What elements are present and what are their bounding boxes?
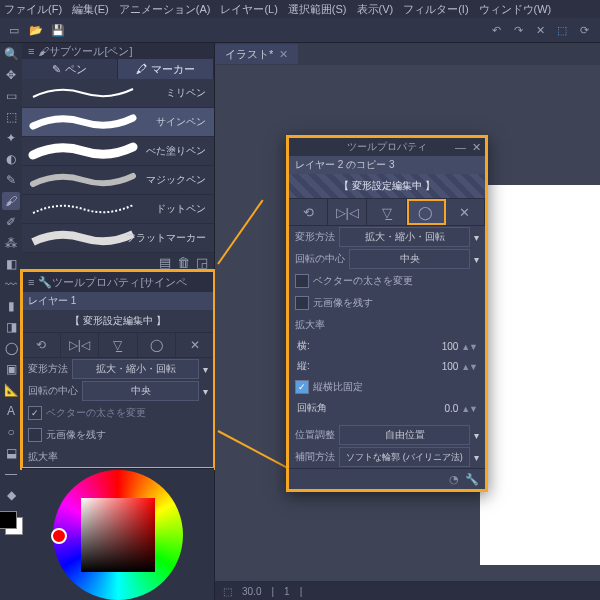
shape-icon[interactable]: ◯ [2, 339, 20, 357]
ruler-icon[interactable]: 📐 [2, 381, 20, 399]
interp-select[interactable]: ソフトな輪郭 (バイリニア法) [339, 447, 470, 467]
color-swatches[interactable] [0, 511, 23, 535]
timeline-bar[interactable]: ⬚30.0|1| [215, 581, 600, 600]
move-icon[interactable]: ✥ [2, 66, 20, 84]
brush-item[interactable]: サインペン [22, 108, 214, 137]
frame-icon[interactable]: ▣ [2, 360, 20, 378]
cancel-icon[interactable]: ✕ [176, 333, 214, 357]
prop-subtitle: 【 変形設定編集中 】 [22, 310, 214, 332]
pos-select[interactable]: 自由位置 [339, 425, 470, 445]
reset-icon[interactable]: ⟲ [289, 199, 328, 225]
flip-h-icon[interactable]: ▷|◁ [61, 333, 100, 357]
op-icon[interactable]: ▭ [2, 87, 20, 105]
sheet-icon[interactable]: ▤ [159, 255, 171, 270]
brush-icon[interactable]: 🖌 [2, 192, 20, 210]
lock-check[interactable]: ✓ [295, 380, 309, 394]
eyedrop-icon[interactable]: ◐ [2, 150, 20, 168]
deco-icon[interactable]: ⁂ [2, 234, 20, 252]
color-wheel[interactable] [53, 470, 183, 600]
text-icon[interactable]: A [2, 402, 20, 420]
brush-item[interactable]: ドットペン [22, 195, 214, 224]
menubar[interactable]: ファイル(F)編集(E)アニメーション(A)レイヤー(L)選択範囲(S)表示(V… [0, 0, 600, 18]
erase-icon[interactable]: ◧ [2, 255, 20, 273]
tab-pen[interactable]: ✎ペン [22, 59, 118, 79]
method-select[interactable]: 拡大・縮小・回転 [72, 359, 199, 379]
stepper-icon[interactable]: ▲▼ [461, 362, 477, 372]
pen-icon[interactable]: ✎ [2, 171, 20, 189]
toolbox: 🔍 ✥ ▭ ⬚ ✦ ◐ ✎ 🖌 ✐ ⁂ ◧ 〰 ▮ ◨ ◯ ▣ 📐 A ○ ⬓ … [0, 43, 22, 600]
keep-check[interactable] [295, 296, 309, 310]
stepper-icon[interactable]: ▲▼ [461, 404, 477, 414]
tool-property-dialog: ツールプロパティ —✕ レイヤー 2 のコピー 3 【 変形設定編集中 】 ⟲ … [286, 135, 488, 492]
redo-icon[interactable]: ↷ [508, 20, 528, 40]
cancel-icon[interactable]: ✕ [446, 199, 485, 225]
trash-icon[interactable]: 🗑 [177, 255, 190, 270]
fill-icon[interactable]: ▮ [2, 297, 20, 315]
flip-h-icon[interactable]: ▷|◁ [328, 199, 367, 225]
brush-item[interactable]: フラットマーカー [22, 224, 214, 253]
brush-list: ミリペン サインペン べた塗りペン マジックペン ドットペン フラットマーカー [22, 79, 214, 253]
select-icon[interactable]: ⬚ [2, 108, 20, 126]
vec-check[interactable]: ✓ [28, 406, 42, 420]
new-icon[interactable]: ▭ [4, 20, 24, 40]
color-square[interactable] [81, 498, 155, 572]
dialog-titlebar[interactable]: ツールプロパティ —✕ [289, 138, 485, 156]
confirm-icon[interactable]: ◯ [138, 333, 177, 357]
open-icon[interactable]: 📂 [26, 20, 46, 40]
air-icon[interactable]: ✐ [2, 213, 20, 231]
zoom-icon[interactable]: 🔍 [2, 45, 20, 63]
line-icon[interactable]: — [2, 465, 20, 483]
wrench-icon[interactable]: 🔧 [465, 473, 479, 486]
brush-footer: ▤ 🗑 ◲ [22, 253, 214, 271]
grad-icon[interactable]: ◨ [2, 318, 20, 336]
flip-v-icon[interactable]: ▽̲ [367, 199, 406, 225]
center-select[interactable]: 中央 [349, 249, 470, 269]
close-icon[interactable]: ✕ [472, 141, 481, 154]
tool-property-panel: ≡ 🔧 ツールプロパティ[サインペ レイヤー 1 【 変形設定編集中 】 ⟲ ▷… [22, 271, 214, 468]
prop-icon[interactable]: ◲ [196, 255, 208, 270]
close-icon[interactable]: ✕ [279, 48, 288, 61]
info-icon[interactable]: ◔ [449, 473, 459, 486]
brush-mini-icon: 🖌 [38, 45, 49, 57]
brush-item[interactable]: べた塗りペン [22, 137, 214, 166]
method-select[interactable]: 拡大・縮小・回転 [339, 227, 470, 247]
crop-icon[interactable]: ⬚ [552, 20, 572, 40]
vec-check[interactable] [295, 274, 309, 288]
menu-icon[interactable]: ≡ [28, 45, 34, 57]
blend-icon[interactable]: 〰 [2, 276, 20, 294]
document[interactable] [480, 185, 600, 565]
fix-icon[interactable]: ⬓ [2, 444, 20, 462]
dialog-tab[interactable]: レイヤー 2 のコピー 3 [289, 156, 485, 174]
dialog-footer: ◔ 🔧 [289, 468, 485, 489]
top-toolbar: ▭ 📂 💾 ↶ ↷ ✕ ⬚ ⟳ [0, 18, 600, 43]
minimize-icon[interactable]: — [455, 141, 466, 154]
brush-item[interactable]: マジックペン [22, 166, 214, 195]
brush-item[interactable]: ミリペン [22, 79, 214, 108]
subtool-tabs[interactable]: ✎ペン 🖍マーカー [22, 59, 214, 79]
subtool-header: ≡ 🖌 サブツール[ペン] [22, 43, 214, 59]
wand-icon[interactable]: ✦ [2, 129, 20, 147]
prop-tab[interactable]: レイヤー 1 [22, 292, 214, 310]
subtool-title: サブツール[ペン] [49, 44, 132, 59]
stepper-icon[interactable]: ▲▼ [461, 342, 477, 352]
tab-marker[interactable]: 🖍マーカー [118, 59, 214, 79]
balloon-icon[interactable]: ○ [2, 423, 20, 441]
reset-icon[interactable]: ⟲ [22, 333, 61, 357]
tool-mini-icon: 🔧 [38, 276, 52, 289]
transform-icons: ⟲ ▷|◁ ▽̲ ◯ ✕ [22, 332, 214, 358]
prop-title-small: ツールプロパティ[サインペ [52, 275, 187, 290]
menu-icon[interactable]: ≡ [28, 276, 34, 288]
undo-icon[interactable]: ↶ [486, 20, 506, 40]
confirm-icon[interactable]: ◯ [407, 199, 446, 225]
center-select[interactable]: 中央 [82, 381, 199, 401]
document-tabs[interactable]: イラスト*✕ [215, 43, 600, 65]
transform-icons: ⟲ ▷|◁ ▽̲ ◯ ✕ [289, 198, 485, 226]
rotate-icon[interactable]: ⟳ [574, 20, 594, 40]
wheel-handle[interactable] [51, 528, 67, 544]
color-wheel-panel [22, 468, 214, 600]
save-icon[interactable]: 💾 [48, 20, 68, 40]
clear-icon[interactable]: ✕ [530, 20, 550, 40]
keep-check[interactable] [28, 428, 42, 442]
flip-v-icon[interactable]: ▽̲ [99, 333, 138, 357]
spray-icon[interactable]: ◆ [2, 486, 20, 504]
